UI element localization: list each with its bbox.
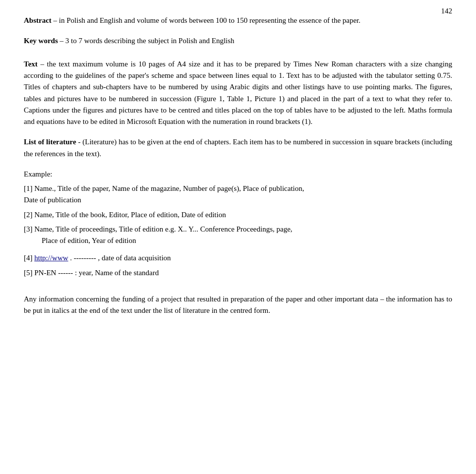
- keywords-text-paragraph: Key words – 3 to 7 words describing the …: [24, 35, 452, 127]
- ref-item-3: [3] Name, Title of proceedings, Title of…: [24, 224, 452, 250]
- list-of-literature-section: List of literature - (Literature) has to…: [24, 136, 452, 279]
- ref-2-text: Name, Title of the book, Editor, Place o…: [34, 211, 226, 219]
- ref-4-link[interactable]: http://www: [34, 254, 68, 262]
- ref-3-bracket: [3]: [24, 225, 33, 233]
- abstract-paragraph: Abstract – in Polish and English and vol…: [24, 15, 452, 26]
- ref-3-text: Name, Title of proceedings, Title of edi…: [34, 225, 292, 233]
- ref-4-bracket: [4]: [24, 254, 33, 262]
- ref-5-bracket: [5]: [24, 269, 33, 277]
- funding-bold-italic-text: Any information concerning the funding o…: [24, 295, 378, 303]
- abstract-text: – in Polish and English and volume of wo…: [54, 16, 360, 24]
- ref-2-bracket: [2]: [24, 211, 33, 219]
- ref-1-bracket: [1]: [24, 184, 33, 192]
- list-of-literature-intro: List of literature - (Literature) has to…: [24, 136, 452, 160]
- list-of-literature-label: List of literature: [24, 138, 76, 146]
- text-body: – the text maximum volume is 10 pages of…: [24, 60, 452, 125]
- ref-item-1: [1] Name., Title of the paper, Name of t…: [24, 183, 452, 206]
- ref-item-2: [2] Name, Title of the book, Editor, Pla…: [24, 209, 452, 221]
- ref-1-text: Name., Title of the paper, Name of the m…: [34, 184, 304, 192]
- keywords-label: Key words: [24, 37, 58, 45]
- ref-item-4: [4] http://www . --------- , date of dat…: [24, 252, 452, 264]
- example-label: Example:: [24, 169, 452, 180]
- ref-5-text: PN-EN ------ : year, Name of the standar…: [34, 269, 159, 277]
- abstract-label: Abstract: [24, 16, 52, 24]
- page-number: 142: [441, 7, 453, 15]
- list-of-literature-text: - (Literature) has to be given at the en…: [24, 138, 452, 157]
- ref-item-5: [5] PN-EN ------ : year, Name of the sta…: [24, 267, 452, 279]
- ref-1-continuation: Date of publication: [24, 196, 81, 204]
- text-label: Text: [24, 60, 38, 68]
- ref-3-continuation: Place of edition, Year of edition: [42, 235, 136, 246]
- funding-paragraph: Any information concerning the funding o…: [24, 294, 452, 317]
- keywords-text: – 3 to 7 words describing the subject in…: [60, 37, 235, 45]
- ref-4-text: . --------- , date of data acquisition: [70, 254, 171, 262]
